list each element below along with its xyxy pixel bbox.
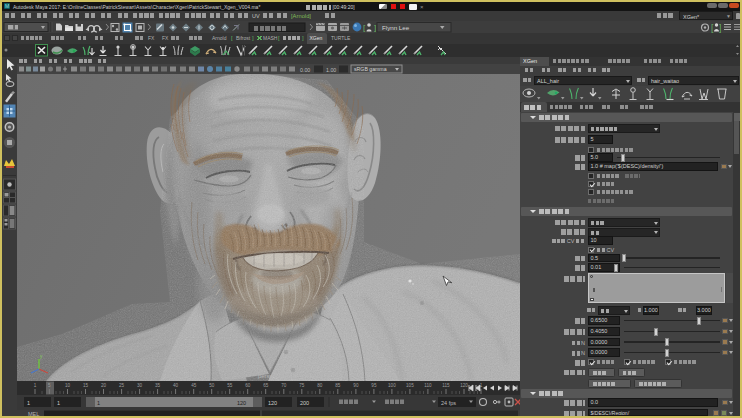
svg-text:1: 1 — [57, 400, 60, 406]
svg-text:105: 105 — [406, 383, 414, 388]
svg-text:10: 10 — [65, 383, 71, 388]
svg-text:115: 115 — [442, 383, 450, 388]
svg-text:30: 30 — [137, 383, 143, 388]
svg-text:1: 1 — [27, 400, 30, 406]
svg-text:1: 1 — [34, 383, 37, 388]
svg-text:70: 70 — [281, 383, 287, 388]
svg-text:15: 15 — [83, 383, 89, 388]
svg-text:0.00: 0.00 — [300, 67, 310, 73]
svg-text:65: 65 — [263, 383, 269, 388]
svg-text:90: 90 — [353, 383, 359, 388]
svg-text:120: 120 — [268, 400, 277, 406]
svg-text:120: 120 — [460, 383, 468, 388]
svg-text:1: 1 — [97, 400, 100, 406]
svg-text:1.00: 1.00 — [326, 67, 336, 73]
svg-text:]: ] — [719, 22, 721, 32]
svg-text:75: 75 — [299, 383, 305, 388]
svg-text:120: 120 — [237, 400, 246, 406]
svg-text:20: 20 — [101, 383, 107, 388]
svg-text:100: 100 — [388, 383, 396, 388]
svg-text:]: ] — [374, 23, 376, 32]
svg-text:80: 80 — [317, 383, 323, 388]
svg-text:50: 50 — [209, 383, 215, 388]
svg-text:24 fps: 24 fps — [441, 400, 456, 406]
svg-text:35: 35 — [155, 383, 161, 388]
svg-text:[: [ — [363, 23, 366, 32]
svg-text:95: 95 — [371, 383, 377, 388]
svg-text:persp: persp — [258, 373, 273, 379]
svg-text:85: 85 — [335, 383, 341, 388]
svg-text:25: 25 — [119, 383, 125, 388]
svg-text:60: 60 — [245, 383, 251, 388]
svg-text:200: 200 — [300, 400, 309, 406]
svg-text:5: 5 — [48, 383, 51, 388]
svg-text:110: 110 — [424, 383, 432, 388]
svg-text:45: 45 — [191, 383, 197, 388]
svg-text:sRGB gamma: sRGB gamma — [354, 66, 387, 72]
svg-text:55: 55 — [227, 383, 233, 388]
svg-text:Flynn Lee: Flynn Lee — [382, 23, 410, 30]
svg-text:40: 40 — [173, 383, 179, 388]
svg-text:MEL: MEL — [28, 411, 39, 417]
svg-text:[: [ — [711, 22, 714, 32]
